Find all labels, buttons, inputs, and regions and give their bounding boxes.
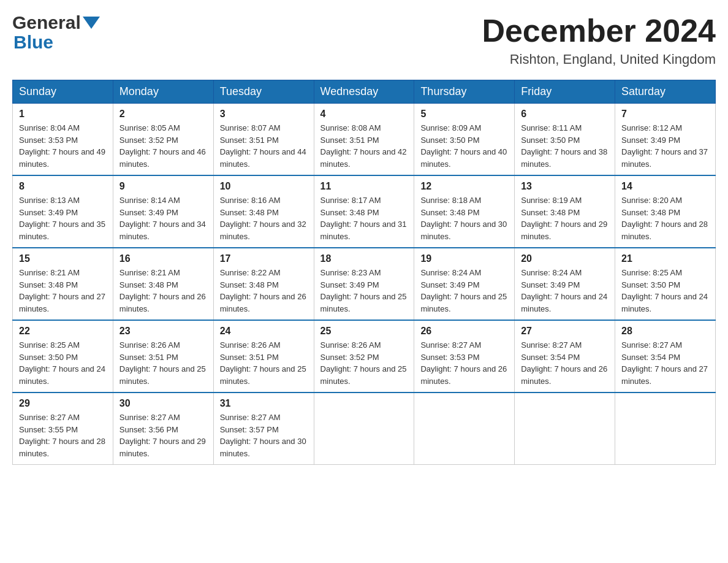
calendar-week-row: 22Sunrise: 8:25 AMSunset: 3:50 PMDayligh… <box>13 320 716 393</box>
day-number: 29 <box>19 398 107 409</box>
calendar-cell: 12Sunrise: 8:18 AMSunset: 3:48 PMDayligh… <box>414 175 515 248</box>
day-info: Sunrise: 8:27 AMSunset: 3:55 PMDaylight:… <box>19 412 107 459</box>
day-info: Sunrise: 8:27 AMSunset: 3:56 PMDaylight:… <box>119 412 207 459</box>
calendar-cell: 2Sunrise: 8:05 AMSunset: 3:52 PMDaylight… <box>113 104 213 176</box>
calendar-cell <box>314 393 414 465</box>
day-info: Sunrise: 8:26 AMSunset: 3:51 PMDaylight:… <box>220 339 308 387</box>
title-section: December 2024 Rishton, England, United K… <box>482 12 716 67</box>
calendar-cell: 20Sunrise: 8:24 AMSunset: 3:49 PMDayligh… <box>515 248 615 320</box>
day-info: Sunrise: 8:21 AMSunset: 3:48 PMDaylight:… <box>19 267 107 315</box>
calendar-cell: 24Sunrise: 8:26 AMSunset: 3:51 PMDayligh… <box>213 320 314 393</box>
calendar-cell: 31Sunrise: 8:27 AMSunset: 3:57 PMDayligh… <box>213 393 314 465</box>
day-number: 17 <box>220 253 308 264</box>
day-number: 24 <box>220 326 308 337</box>
day-info: Sunrise: 8:24 AMSunset: 3:49 PMDaylight:… <box>420 267 508 315</box>
day-number: 15 <box>19 253 107 264</box>
calendar-cell: 15Sunrise: 8:21 AMSunset: 3:48 PMDayligh… <box>13 248 113 320</box>
day-info: Sunrise: 8:26 AMSunset: 3:52 PMDaylight:… <box>320 339 408 387</box>
month-year-title: December 2024 <box>482 12 716 49</box>
day-number: 3 <box>220 109 308 120</box>
calendar-week-row: 15Sunrise: 8:21 AMSunset: 3:48 PMDayligh… <box>13 248 716 320</box>
day-info: Sunrise: 8:24 AMSunset: 3:49 PMDaylight:… <box>521 267 609 315</box>
day-number: 1 <box>19 109 107 120</box>
day-info: Sunrise: 8:27 AMSunset: 3:54 PMDaylight:… <box>621 339 709 387</box>
day-number: 10 <box>220 181 308 192</box>
calendar-cell: 29Sunrise: 8:27 AMSunset: 3:55 PMDayligh… <box>13 393 113 465</box>
day-number: 18 <box>320 253 408 264</box>
day-info: Sunrise: 8:26 AMSunset: 3:51 PMDaylight:… <box>119 339 207 387</box>
calendar-cell: 18Sunrise: 8:23 AMSunset: 3:49 PMDayligh… <box>314 248 414 320</box>
day-number: 22 <box>19 326 107 337</box>
day-info: Sunrise: 8:25 AMSunset: 3:50 PMDaylight:… <box>19 339 107 387</box>
calendar-cell: 5Sunrise: 8:09 AMSunset: 3:50 PMDaylight… <box>414 104 515 176</box>
day-info: Sunrise: 8:27 AMSunset: 3:57 PMDaylight:… <box>220 412 308 459</box>
calendar-cell: 19Sunrise: 8:24 AMSunset: 3:49 PMDayligh… <box>414 248 515 320</box>
day-info: Sunrise: 8:22 AMSunset: 3:48 PMDaylight:… <box>220 267 308 315</box>
day-info: Sunrise: 8:09 AMSunset: 3:50 PMDaylight:… <box>420 122 508 170</box>
calendar-cell <box>615 393 716 465</box>
calendar-cell: 23Sunrise: 8:26 AMSunset: 3:51 PMDayligh… <box>113 320 213 393</box>
day-info: Sunrise: 8:16 AMSunset: 3:48 PMDaylight:… <box>220 194 308 242</box>
calendar-cell: 7Sunrise: 8:12 AMSunset: 3:49 PMDaylight… <box>615 104 716 176</box>
day-info: Sunrise: 8:17 AMSunset: 3:48 PMDaylight:… <box>320 194 408 242</box>
logo-blue-word: Blue <box>13 32 53 52</box>
calendar-cell: 6Sunrise: 8:11 AMSunset: 3:50 PMDaylight… <box>515 104 615 176</box>
day-info: Sunrise: 8:20 AMSunset: 3:48 PMDaylight:… <box>621 194 709 242</box>
day-info: Sunrise: 8:27 AMSunset: 3:54 PMDaylight:… <box>521 339 609 387</box>
day-of-week-header: Tuesday <box>213 80 314 104</box>
calendar-cell: 28Sunrise: 8:27 AMSunset: 3:54 PMDayligh… <box>615 320 716 393</box>
day-of-week-header: Monday <box>113 80 213 104</box>
day-of-week-header: Wednesday <box>314 80 414 104</box>
day-number: 8 <box>19 181 107 192</box>
day-info: Sunrise: 8:13 AMSunset: 3:49 PMDaylight:… <box>19 194 107 242</box>
calendar-cell: 13Sunrise: 8:19 AMSunset: 3:48 PMDayligh… <box>515 175 615 248</box>
day-number: 9 <box>119 181 207 192</box>
calendar-cell: 17Sunrise: 8:22 AMSunset: 3:48 PMDayligh… <box>213 248 314 320</box>
calendar-cell: 22Sunrise: 8:25 AMSunset: 3:50 PMDayligh… <box>13 320 113 393</box>
day-info: Sunrise: 8:21 AMSunset: 3:48 PMDaylight:… <box>119 267 207 315</box>
day-info: Sunrise: 8:04 AMSunset: 3:53 PMDaylight:… <box>19 122 107 170</box>
calendar-cell <box>515 393 615 465</box>
calendar-cell <box>414 393 515 465</box>
calendar-header-row: SundayMondayTuesdayWednesdayThursdayFrid… <box>13 80 716 104</box>
day-info: Sunrise: 8:18 AMSunset: 3:48 PMDaylight:… <box>420 194 508 242</box>
day-number: 19 <box>420 253 508 264</box>
day-of-week-header: Friday <box>515 80 615 104</box>
day-number: 23 <box>119 326 207 337</box>
day-info: Sunrise: 8:11 AMSunset: 3:50 PMDaylight:… <box>521 122 609 170</box>
calendar-cell: 3Sunrise: 8:07 AMSunset: 3:51 PMDaylight… <box>213 104 314 176</box>
calendar-cell: 30Sunrise: 8:27 AMSunset: 3:56 PMDayligh… <box>113 393 213 465</box>
day-number: 25 <box>320 326 408 337</box>
calendar-cell: 1Sunrise: 8:04 AMSunset: 3:53 PMDaylight… <box>13 104 113 176</box>
calendar-cell: 14Sunrise: 8:20 AMSunset: 3:48 PMDayligh… <box>615 175 716 248</box>
day-number: 5 <box>420 109 508 120</box>
calendar-cell: 4Sunrise: 8:08 AMSunset: 3:51 PMDaylight… <box>314 104 414 176</box>
day-info: Sunrise: 8:19 AMSunset: 3:48 PMDaylight:… <box>521 194 609 242</box>
calendar-cell: 10Sunrise: 8:16 AMSunset: 3:48 PMDayligh… <box>213 175 314 248</box>
day-of-week-header: Saturday <box>615 80 716 104</box>
calendar-table: SundayMondayTuesdayWednesdayThursdayFrid… <box>12 80 716 465</box>
location-subtitle: Rishton, England, United Kingdom <box>482 52 716 67</box>
day-number: 27 <box>521 326 609 337</box>
day-number: 16 <box>119 253 207 264</box>
day-info: Sunrise: 8:23 AMSunset: 3:49 PMDaylight:… <box>320 267 408 315</box>
logo-general-word: General <box>12 12 81 33</box>
logo-chevron-icon <box>83 17 100 29</box>
calendar-cell: 8Sunrise: 8:13 AMSunset: 3:49 PMDaylight… <box>13 175 113 248</box>
calendar-cell: 21Sunrise: 8:25 AMSunset: 3:50 PMDayligh… <box>615 248 716 320</box>
day-of-week-header: Thursday <box>414 80 515 104</box>
day-number: 13 <box>521 181 609 192</box>
day-number: 11 <box>320 181 408 192</box>
day-number: 12 <box>420 181 508 192</box>
calendar-week-row: 1Sunrise: 8:04 AMSunset: 3:53 PMDaylight… <box>13 104 716 176</box>
day-number: 7 <box>621 109 709 120</box>
calendar-cell: 26Sunrise: 8:27 AMSunset: 3:53 PMDayligh… <box>414 320 515 393</box>
day-number: 14 <box>621 181 709 192</box>
day-number: 4 <box>320 109 408 120</box>
logo-top-row: General <box>12 12 102 33</box>
logo: General Blue <box>12 12 102 53</box>
calendar-week-row: 8Sunrise: 8:13 AMSunset: 3:49 PMDaylight… <box>13 175 716 248</box>
day-number: 21 <box>621 253 709 264</box>
calendar-cell: 16Sunrise: 8:21 AMSunset: 3:48 PMDayligh… <box>113 248 213 320</box>
day-number: 28 <box>621 326 709 337</box>
